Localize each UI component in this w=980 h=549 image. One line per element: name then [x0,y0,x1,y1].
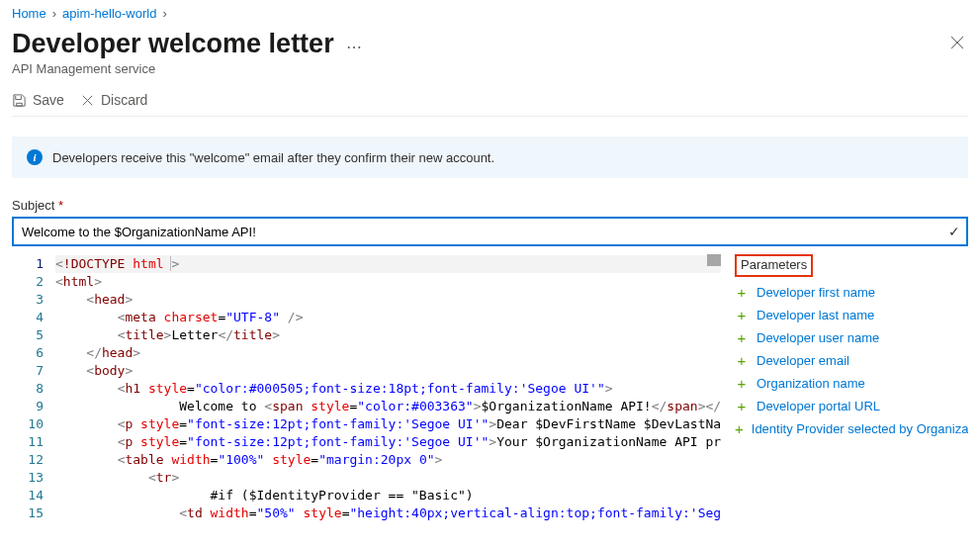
plus-icon: + [735,420,744,437]
page-title: Developer welcome letter [12,29,334,59]
scrollbar-thumb[interactable] [707,254,721,266]
plus-icon: + [735,284,749,301]
command-bar: Save Discard [12,92,968,117]
plus-icon: + [735,329,749,346]
subject-label: Subject * [12,198,968,213]
parameter-item[interactable]: +Organization name [735,372,968,395]
plus-icon: + [735,398,749,414]
parameter-label: Developer portal URL [757,399,880,413]
parameter-item[interactable]: +Developer user name [735,326,968,349]
plus-icon: + [735,375,749,392]
parameter-item[interactable]: +Identity Provider selected by Organizat… [735,417,968,440]
parameter-item[interactable]: +Developer first name [735,281,968,304]
close-icon [950,36,964,49]
save-label: Save [33,92,64,108]
parameter-item[interactable]: +Developer email [735,349,968,372]
parameters-panel: Parameters +Developer first name+Develop… [721,254,968,522]
parameter-item[interactable]: +Developer last name [735,304,968,326]
discard-icon [80,93,95,108]
check-icon: ✓ [948,224,960,239]
info-banner: i Developers receive this "welcome" emai… [12,137,968,178]
page-subtitle: API Management service [12,61,968,76]
save-icon [12,93,27,108]
parameter-label: Developer first name [757,285,875,300]
discard-label: Discard [101,92,147,108]
chevron-right-icon: › [162,6,166,21]
info-icon: i [27,149,43,165]
subject-input[interactable] [12,217,968,246]
save-button[interactable]: Save [12,92,64,108]
parameter-label: Identity Provider selected by Organizati… [752,421,968,436]
breadcrumb-service[interactable]: apim-hello-world [62,6,156,21]
info-banner-text: Developers receive this "welcome" email … [52,150,494,165]
plus-icon: + [735,352,749,369]
breadcrumb-home[interactable]: Home [12,6,46,21]
plus-icon: + [735,307,749,323]
parameter-label: Developer email [757,353,849,368]
parameter-label: Developer last name [757,308,874,322]
parameter-label: Organization name [757,376,865,391]
parameters-heading: Parameters [735,254,813,277]
parameter-item[interactable]: +Developer portal URL [735,395,968,417]
breadcrumb: Home › apim-hello-world › [12,6,968,21]
code-editor[interactable]: 123456789101112131415 <!DOCTYPE html ><h… [12,254,721,522]
chevron-right-icon: › [52,6,56,21]
close-button[interactable] [946,30,968,58]
discard-button[interactable]: Discard [80,92,147,108]
parameter-label: Developer user name [757,330,879,345]
more-button[interactable]: ⋯ [346,38,363,56]
